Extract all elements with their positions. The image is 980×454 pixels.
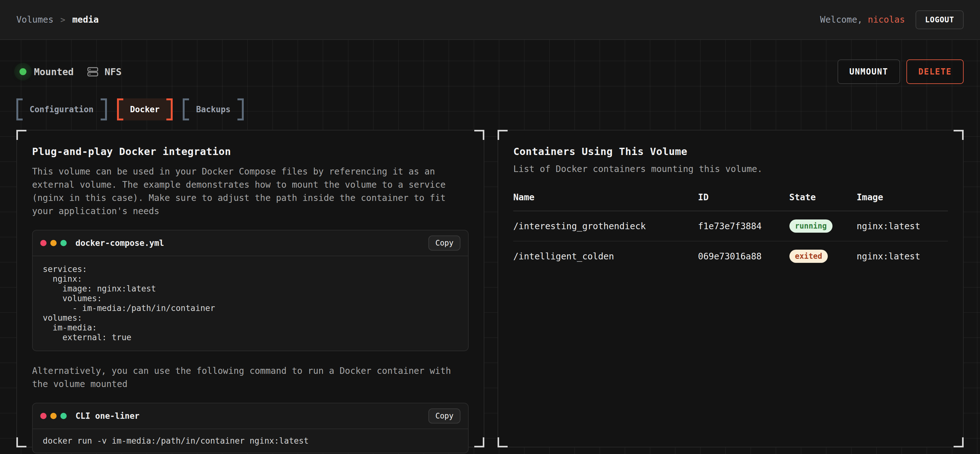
red-dot-icon: [40, 240, 46, 246]
container-name: /interesting_grothendieck: [513, 211, 698, 241]
bracket-left-icon: [117, 98, 123, 121]
panel-corner-icon: [16, 130, 26, 140]
copy-cli-button[interactable]: Copy: [428, 408, 460, 424]
state-badge: running: [789, 219, 832, 233]
container-id: f1e73e7f3884: [698, 211, 789, 241]
red-dot-icon: [40, 413, 46, 419]
bracket-right-icon: [101, 98, 107, 121]
bracket-left-icon: [16, 98, 23, 121]
amber-dot-icon: [50, 240, 57, 246]
traffic-light-icons: [40, 413, 67, 419]
cli-intro-text: Alternatively, you can use the following…: [32, 364, 469, 391]
traffic-light-icons: [40, 240, 67, 246]
container-id: 069e73016a88: [698, 241, 789, 271]
tab-docker[interactable]: Docker: [117, 98, 173, 121]
volume-status: Mounted NFS: [16, 66, 122, 78]
containers-panel-title: Containers Using This Volume: [513, 146, 948, 157]
state-badge: exited: [789, 250, 828, 263]
tab-backups-label: Backups: [189, 98, 237, 121]
column-header-id: ID: [698, 192, 789, 211]
bracket-right-icon: [237, 98, 244, 121]
logout-button[interactable]: LOGOUT: [916, 10, 964, 29]
green-dot-icon: [60, 240, 67, 246]
compose-code-header: docker-compose.yml Copy: [33, 230, 468, 256]
cli-code: docker run -v im-media:/path/in/containe…: [33, 429, 468, 453]
amber-dot-icon: [50, 413, 57, 419]
cli-code-header: CLI one-liner Copy: [33, 403, 468, 429]
copy-compose-button[interactable]: Copy: [428, 235, 460, 251]
cli-code-block: CLI one-liner Copy docker run -v im-medi…: [32, 403, 469, 453]
tab-configuration-label: Configuration: [23, 98, 101, 121]
delete-button[interactable]: DELETE: [907, 59, 964, 84]
compose-code-block: docker-compose.yml Copy services: nginx:…: [32, 230, 469, 351]
mounted-status-dot-icon: [19, 68, 26, 75]
tab-backups[interactable]: Backups: [183, 98, 244, 121]
docker-panel-title: Plug-and-play Docker integration: [32, 146, 469, 157]
containers-panel-subtitle: List of Docker containers mounting this …: [513, 162, 948, 176]
server-stack-icon: [87, 66, 99, 78]
mounted-status-label: Mounted: [34, 66, 73, 77]
table-row: /intelligent_colden 069e73016a88 exited …: [513, 241, 948, 271]
compose-filename: docker-compose.yml: [75, 238, 164, 248]
breadcrumb: Volumes > media: [16, 14, 99, 25]
containers-panel: Containers Using This Volume List of Doc…: [498, 130, 964, 448]
username: nicolas: [868, 14, 905, 25]
container-name: /intelligent_colden: [513, 241, 698, 271]
panels-row: Plug-and-play Docker integration This vo…: [16, 130, 964, 448]
breadcrumb-current-volume: media: [72, 14, 99, 25]
column-header-state: State: [789, 192, 857, 211]
volume-actions: UNMOUNT DELETE: [838, 59, 964, 84]
docker-integration-panel: Plug-and-play Docker integration This vo…: [16, 130, 484, 448]
panel-corner-icon: [498, 437, 508, 448]
cli-filename: CLI one-liner: [75, 411, 140, 421]
container-image: nginx:latest: [857, 211, 948, 241]
main-content: Mounted NFS UNMOUNT DELETE Configuration: [0, 40, 980, 454]
tab-docker-label: Docker: [123, 98, 167, 121]
docker-panel-description: This volume can be used in your Docker C…: [32, 165, 469, 218]
breadcrumb-volumes-link[interactable]: Volumes: [16, 14, 54, 25]
table-header-row: Name ID State Image: [513, 192, 948, 211]
topbar-right: Welcome, nicolas LOGOUT: [820, 10, 964, 29]
compose-code: services: nginx: image: nginx:latest vol…: [33, 256, 468, 351]
green-dot-icon: [60, 413, 67, 419]
container-image: nginx:latest: [857, 241, 948, 271]
tab-configuration[interactable]: Configuration: [16, 98, 107, 121]
topbar: Volumes > media Welcome, nicolas LOGOUT: [0, 0, 980, 40]
panel-corner-icon: [954, 437, 964, 448]
panel-corner-icon: [16, 437, 26, 448]
bracket-left-icon: [183, 98, 189, 121]
containers-table: Name ID State Image /interesting_grothen…: [513, 192, 948, 271]
bracket-right-icon: [166, 98, 173, 121]
breadcrumb-separator-icon: >: [60, 15, 65, 24]
welcome-text: Welcome, nicolas: [820, 14, 905, 25]
panel-corner-icon: [474, 437, 484, 448]
status-row: Mounted NFS UNMOUNT DELETE: [16, 40, 964, 84]
panel-corner-icon: [474, 130, 484, 140]
filesystem-type-label: NFS: [104, 66, 121, 77]
welcome-prefix: Welcome,: [820, 14, 863, 25]
column-header-image: Image: [857, 192, 948, 211]
column-header-name: Name: [513, 192, 698, 211]
tab-bar: Configuration Docker Backups: [16, 98, 964, 121]
panel-corner-icon: [498, 130, 508, 140]
panel-corner-icon: [954, 130, 964, 140]
unmount-button[interactable]: UNMOUNT: [838, 59, 900, 84]
table-row: /interesting_grothendieck f1e73e7f3884 r…: [513, 211, 948, 241]
